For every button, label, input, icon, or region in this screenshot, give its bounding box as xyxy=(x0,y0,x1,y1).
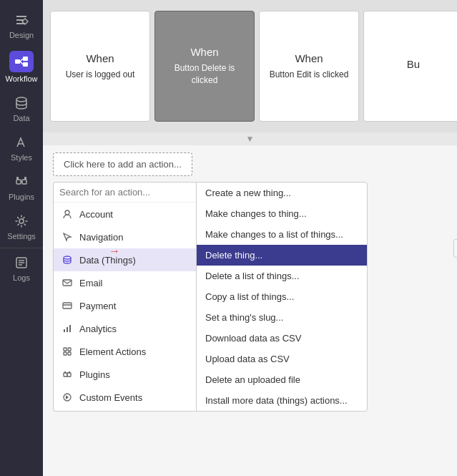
svg-line-7 xyxy=(20,62,23,64)
svg-rect-34 xyxy=(64,371,66,373)
sidebar-item-label: Styles xyxy=(11,153,32,162)
right-menu-item-label: Create a new thing... xyxy=(205,188,291,198)
action-dropdown: Account Navigation xyxy=(53,182,447,412)
data-icon xyxy=(13,94,30,112)
svg-point-8 xyxy=(16,97,26,102)
right-menu-item-label: Make changes to a list of things... xyxy=(205,229,343,240)
right-menu-item-label: Delete an uploaded file xyxy=(205,374,300,385)
svg-rect-32 xyxy=(64,373,67,377)
svg-rect-27 xyxy=(69,325,71,332)
add-action-button[interactable]: Click here to add an action... xyxy=(53,152,192,176)
sidebar-item-workflow[interactable]: Workflow xyxy=(0,45,43,89)
analytics-icon xyxy=(61,322,74,335)
right-menu-item-6[interactable]: Set a thing's slug... xyxy=(197,307,367,328)
sidebar-item-design[interactable]: Design xyxy=(0,6,43,45)
menu-item-data-things[interactable]: Data (Things) xyxy=(54,248,196,271)
svg-rect-26 xyxy=(67,327,68,332)
action-area: Click here to add an action... Account xyxy=(43,145,457,476)
payment-icon xyxy=(61,299,74,312)
svg-rect-10 xyxy=(16,180,21,184)
svg-rect-22 xyxy=(63,280,72,286)
menu-item-account[interactable]: Account xyxy=(54,203,196,225)
see-reference-button[interactable]: ? See reference → xyxy=(453,239,457,258)
main-content: When User is logged out When Button Dele… xyxy=(43,0,457,476)
design-icon xyxy=(13,11,30,29)
svg-point-15 xyxy=(19,219,24,223)
right-menu-item-2[interactable]: Make changes to a list of things... xyxy=(197,224,367,245)
svg-line-6 xyxy=(20,59,23,62)
sidebar-item-plugins[interactable]: Plugins xyxy=(0,167,43,207)
workflow-card-1[interactable]: When Button Delete is clicked xyxy=(154,11,255,122)
search-input[interactable] xyxy=(59,187,190,198)
right-menu-item-10[interactable]: Install more data (things) actions... xyxy=(197,390,367,411)
menu-item-custom-events[interactable]: Custom Events xyxy=(54,386,196,409)
sidebar: Design Workflow Data xyxy=(0,0,43,476)
sidebar-item-styles[interactable]: Styles xyxy=(0,128,43,167)
menu-item-label: Analytics xyxy=(79,324,117,334)
sidebar-item-data[interactable]: Data xyxy=(0,89,43,128)
svg-rect-11 xyxy=(22,180,26,184)
wf-card-desc-1: Button Delete is clicked xyxy=(162,62,247,87)
menu-item-email[interactable]: Email xyxy=(54,271,196,294)
left-menu-panel: Account Navigation xyxy=(53,182,196,412)
sidebar-item-label: Logs xyxy=(13,273,30,282)
right-menu-item-1[interactable]: Make changes to thing... xyxy=(197,203,367,224)
navigation-icon xyxy=(61,230,74,243)
menu-item-element-actions[interactable]: Element Actions xyxy=(54,340,196,363)
workflow-cards-area: When User is logged out When Button Dele… xyxy=(43,0,457,132)
plugins-icon xyxy=(13,173,30,190)
wf-card-desc-0: User is logged out xyxy=(66,69,135,81)
right-menu-item-7[interactable]: Download data as CSV xyxy=(197,328,367,349)
database-icon xyxy=(61,253,74,266)
menu-item-plugins[interactable]: Plugins xyxy=(54,363,196,386)
svg-rect-23 xyxy=(63,303,72,309)
person-icon xyxy=(61,208,74,220)
sidebar-item-settings[interactable]: Settings xyxy=(0,207,43,246)
workflow-card-0[interactable]: When User is logged out xyxy=(50,11,150,122)
menu-item-payment[interactable]: Payment xyxy=(54,294,196,317)
svg-rect-35 xyxy=(69,371,70,373)
wf-card-when-1: When xyxy=(190,46,218,58)
workflow-card-3[interactable]: Bu xyxy=(363,11,457,122)
svg-rect-33 xyxy=(67,373,71,377)
right-menu-item-8[interactable]: Upload data as CSV xyxy=(197,349,367,369)
wf-card-when-3: Bu xyxy=(407,58,420,70)
wf-card-when-2: When xyxy=(295,52,323,64)
plugins-menu-icon xyxy=(61,368,74,381)
email-icon xyxy=(61,276,74,289)
workflow-card-2[interactable]: When Button Edit is clicked xyxy=(259,11,359,122)
right-menu-item-0[interactable]: Create a new thing... xyxy=(197,183,367,203)
svg-rect-4 xyxy=(23,57,28,61)
settings-icon xyxy=(13,213,30,230)
svg-point-20 xyxy=(65,210,69,215)
menu-item-label: Email xyxy=(79,278,103,288)
sidebar-item-label: Plugins xyxy=(9,193,34,201)
sidebar-item-logs[interactable]: Logs xyxy=(0,248,43,288)
menu-item-label: Custom Events xyxy=(79,392,142,403)
sidebar-item-label: Settings xyxy=(7,232,36,241)
events-icon xyxy=(61,391,74,404)
right-menu-item-3[interactable]: Delete thing... xyxy=(197,245,367,266)
svg-rect-3 xyxy=(15,59,20,64)
menu-item-analytics[interactable]: Analytics xyxy=(54,317,196,340)
right-menu-item-label: Copy a list of things... xyxy=(205,291,294,302)
svg-rect-31 xyxy=(68,352,71,355)
workflow-icon-bg xyxy=(9,51,34,72)
svg-rect-13 xyxy=(24,177,26,180)
right-menu-item-5[interactable]: Copy a list of things... xyxy=(197,286,367,307)
right-menu-item-9[interactable]: Delete an uploaded file xyxy=(197,369,367,390)
svg-rect-30 xyxy=(64,352,67,355)
element-icon xyxy=(61,345,74,358)
menu-item-label: Data (Things) xyxy=(79,255,136,266)
logs-icon xyxy=(13,254,30,271)
menu-item-label: Navigation xyxy=(79,232,123,243)
right-menu-item-4[interactable]: Delete a list of things... xyxy=(197,266,367,286)
menu-item-navigation[interactable]: Navigation xyxy=(54,225,196,248)
menu-item-label: Plugins xyxy=(79,369,110,380)
svg-rect-28 xyxy=(64,348,67,351)
svg-rect-29 xyxy=(68,348,71,351)
styles-icon xyxy=(13,134,30,151)
right-menu-item-label: Delete thing... xyxy=(205,250,262,261)
svg-point-21 xyxy=(64,256,71,259)
down-arrow xyxy=(43,132,457,145)
